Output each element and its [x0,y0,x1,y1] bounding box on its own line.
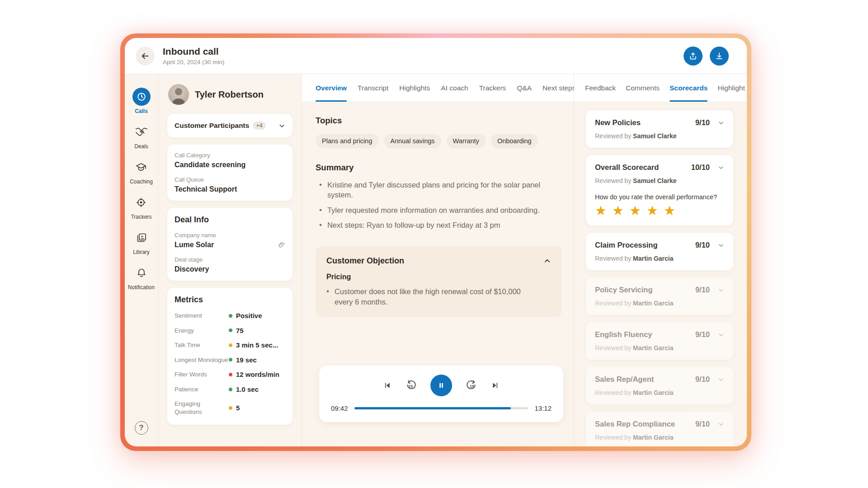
topic-chip[interactable]: Plans and pricing [316,134,378,148]
paperclip-icon[interactable] [278,241,285,249]
tab-trackers[interactable]: Trackers [479,74,506,102]
topic-chip[interactable]: Onboarding [491,134,538,148]
share-button[interactable] [684,47,703,66]
metric-label: Longest Monologue [175,356,229,364]
customer-participants-dropdown[interactable]: Customer Participants +4 [167,114,292,137]
summary-title: Summary [316,163,562,173]
metrics-card: Metrics Sentiment Positive Energy 75 Tal… [167,288,292,425]
topic-chips: Plans and pricing Annual savings Warrant… [316,134,562,148]
sidebar-item-trackers[interactable]: Trackers [131,193,151,220]
summary-bullet: Next steps: Ryan to follow-up by next Fr… [319,220,562,230]
header-actions [684,47,729,66]
scorecards-panel: Feedback Comments Scorecards Highlight N… [574,74,747,446]
tab-next-steps[interactable]: Next steps [542,74,576,102]
elapsed-time: 09:42 [331,404,348,412]
chevron-down-icon[interactable] [718,287,724,293]
scorecard-sales-rep-compliance[interactable]: Sales Rep Compliance 9/10 Reviewed by Ma… [586,412,733,446]
tab-ai-coach[interactable]: AI coach [441,74,468,102]
scorecard-new-policies[interactable]: New Policies 9/10 Reviewed by Samuel Cla… [586,110,733,148]
reviewed-by-label: Reviewed by [595,177,633,184]
reviewed-by: Reviewed by Martin Garcia [595,389,724,396]
tab-highlight[interactable]: Highlight [717,74,745,102]
chevron-down-icon[interactable] [718,376,724,383]
topic-chip[interactable]: Annual savings [384,134,441,148]
metric-value: 3 min 5 sec... [236,341,278,349]
progress-fill [354,407,511,409]
chevron-down-icon[interactable] [718,332,724,338]
reviewed-by-label: Reviewed by [595,255,633,262]
scorecard-sales-rep-agent[interactable]: Sales Rep/Agent 9/10 Reviewed by Martin … [586,367,733,404]
chevron-down-icon[interactable] [718,164,724,171]
reviewed-by-label: Reviewed by [595,300,633,307]
summary-bullet: Tyler requested more information on warr… [319,205,562,216]
metric-value: 5 [236,404,240,412]
scorecard-score: 9/10 [695,118,710,127]
scorecard-title: Overall Scorecard [595,163,659,172]
reviewed-by: Reviewed by Martin Garcia [595,434,724,441]
progress-bar[interactable] [354,407,528,409]
reviewed-by: Reviewed by Martin Garcia [595,255,724,262]
scorecard-policy-servicing[interactable]: Policy Servicing 9/10 Reviewed by Martin… [586,277,733,315]
tab-qa[interactable]: Q&A [517,74,532,102]
sidebar-item-label: Deals [134,143,148,150]
star-icon[interactable]: ★ [664,204,675,217]
metric-value: 1.0 sec [236,385,259,393]
download-button[interactable] [710,47,729,66]
sidebar-item-label: Library [133,249,150,255]
topics-title: Topics [316,116,562,126]
star-icon[interactable]: ★ [646,204,658,217]
summary-bullet: Kristine and Tyler discussed plans and p… [319,180,562,200]
sidebar-nav: Calls Deals Coaching [125,74,158,446]
sidebar-item-library[interactable]: Library [132,229,151,255]
reviewed-by-label: Reviewed by [595,434,633,441]
sidebar-item-calls[interactable]: Calls [132,88,151,114]
scorecard-claim-processing[interactable]: Claim Processing 9/10 Reviewed by Martin… [586,233,733,270]
star-icon[interactable]: ★ [612,204,624,217]
download-icon [715,52,724,61]
customer-objection-title: Customer Objection [326,256,404,266]
tab-overview[interactable]: Overview [316,74,347,102]
skip-to-end-button[interactable] [491,381,500,390]
chevron-up-icon[interactable] [543,257,551,265]
app-window-frame: Inbound call April 20, 2024 (30 min) [120,33,751,451]
pause-icon [437,381,445,389]
scorecard-english-fluency[interactable]: English Fluency 9/10 Reviewed by Martin … [586,322,733,360]
star-icon[interactable]: ★ [629,204,641,217]
status-dot [229,388,232,391]
help-button[interactable]: ? [135,421,148,435]
sidebar-item-deals[interactable]: Deals [132,123,151,150]
summary-bullet-text: Next steps: Ryan to follow-up by next Fr… [327,220,500,230]
sidebar-item-notification[interactable]: Notification [128,264,155,291]
overview-tabbar: Overview Transcript Highlights AI coach … [302,74,574,102]
call-category-label: Call Category [175,152,285,159]
status-dot [229,406,232,410]
sidebar-item-label: Notification [128,284,155,291]
main-layout: Calls Deals Coaching [125,74,747,446]
pause-button[interactable] [430,375,452,396]
reviewed-by-label: Reviewed by [595,132,633,140]
tab-feedback[interactable]: Feedback [585,74,616,102]
forward-15-button[interactable]: 15 [466,380,477,391]
summary-bullet-text: Tyler requested more information on warr… [327,205,540,216]
chevron-down-icon[interactable] [718,421,724,427]
chevron-down-icon[interactable] [718,120,724,126]
tab-comments[interactable]: Comments [626,74,660,102]
topic-chip[interactable]: Warranty [447,134,486,148]
skip-to-start-button[interactable] [382,381,392,390]
back-button[interactable] [136,47,155,66]
page-title: Inbound call [163,46,225,57]
status-dot [229,328,232,332]
metric-row-engaging-questions: Engaging Questions 5 [175,400,285,416]
sidebar-item-coaching[interactable]: Coaching [130,158,153,185]
profile-row: Tyler Robertson [167,84,292,105]
tab-highlights[interactable]: Highlights [399,74,430,102]
star-icon[interactable]: ★ [595,204,607,217]
tab-scorecards[interactable]: Scorecards [670,74,708,102]
rewind-15-button[interactable]: 15 [405,380,417,391]
tab-transcript[interactable]: Transcript [358,74,388,102]
question-mark-icon: ? [139,423,143,432]
metric-row-sentiment: Sentiment Positive [175,312,285,320]
avatar [168,84,189,105]
chevron-down-icon[interactable] [718,242,724,249]
scorecard-overall[interactable]: Overall Scorecard 10/10 Reviewed by Samu… [586,155,733,225]
